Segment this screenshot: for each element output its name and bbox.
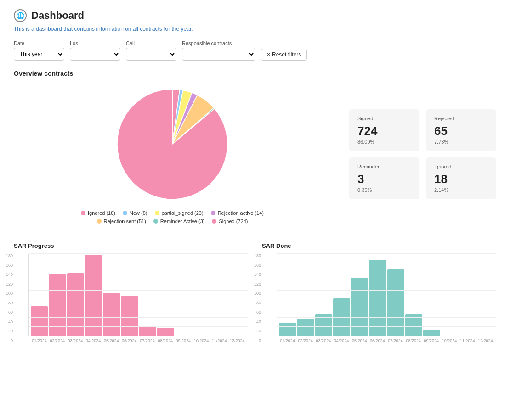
cell-select[interactable]: Cell 1 Cell 2 <box>126 48 176 61</box>
x-label: 08/2024 <box>158 338 173 343</box>
x-label: 11/2024 <box>460 338 475 343</box>
legend-item: Rejection active (14) <box>211 210 264 216</box>
reminder-card: Reminder 3 0.36% <box>349 157 419 199</box>
x-label: 07/2024 <box>140 338 155 343</box>
bar <box>315 314 332 336</box>
bar <box>103 293 120 336</box>
x-label: 05/2024 <box>104 338 119 343</box>
bar <box>67 273 84 336</box>
x-label: 05/2024 <box>352 338 367 343</box>
ignored-pct: 2.14% <box>434 187 488 193</box>
page-title: Dashboard <box>31 10 84 22</box>
overview-section: Ignored (18)New (8)partial_signed (23)Re… <box>14 84 496 224</box>
progress-x-axis: 01/202402/202403/202404/202405/202406/20… <box>28 338 248 343</box>
bar <box>279 323 296 336</box>
ignored-label: Ignored <box>434 164 488 169</box>
cell-label: Cell <box>126 40 176 46</box>
bar <box>31 306 48 336</box>
sar-done-chart <box>277 254 496 336</box>
legend-item: Rejection sent (51) <box>97 218 146 224</box>
signed-card: Signed 724 86.09% <box>349 109 419 151</box>
done-y-axis: 180160140120100806040200 <box>248 254 261 343</box>
sar-progress-title: SAR Progress <box>14 242 248 249</box>
pie-legend: Ignored (18)New (8)partial_signed (23)Re… <box>71 210 273 224</box>
sar-done-container: SAR Done 01/202402/202403/202404/202405/… <box>262 242 496 343</box>
ignored-value: 18 <box>434 172 488 186</box>
signed-value: 724 <box>357 124 411 138</box>
responsible-select[interactable]: Person 1 Person 2 <box>182 48 255 61</box>
los-filter-group: Los LOS 1 LOS 2 <box>70 40 120 61</box>
x-label: 03/2024 <box>68 338 83 343</box>
header: 🌐 Dashboard <box>14 9 496 22</box>
progress-y-axis: 180160140120100806040200 <box>0 254 13 343</box>
reminder-label: Reminder <box>357 164 411 169</box>
bar <box>405 314 422 336</box>
bar <box>121 296 138 336</box>
bar <box>49 274 66 336</box>
bar <box>333 298 350 336</box>
pie-chart-container: Ignored (18)New (8)partial_signed (23)Re… <box>14 84 331 224</box>
signed-label: Signed <box>357 116 411 121</box>
stats-grid: Signed 724 86.09% Rejected 65 7.73% Remi… <box>349 109 496 199</box>
x-label: 01/2024 <box>280 338 295 343</box>
rejected-label: Rejected <box>434 116 488 121</box>
x-label: 11/2024 <box>212 338 227 343</box>
responsible-label: Responsible contracts <box>182 40 255 46</box>
x-label: 09/2024 <box>176 338 191 343</box>
bar <box>387 269 404 336</box>
x-label: 12/2024 <box>230 338 245 343</box>
x-label: 10/2024 <box>442 338 457 343</box>
rejected-pct: 7.73% <box>434 139 488 145</box>
filters-bar: Date This year Last year All Los LOS 1 L… <box>14 40 496 61</box>
dashboard-icon: 🌐 <box>14 9 27 22</box>
x-label: 07/2024 <box>388 338 403 343</box>
bar <box>139 326 156 336</box>
rejected-card: Rejected 65 7.73% <box>426 109 496 151</box>
bar <box>423 330 440 336</box>
bar <box>351 278 368 336</box>
x-label: 04/2024 <box>334 338 349 343</box>
bar <box>157 328 174 336</box>
close-icon: × <box>267 51 270 58</box>
date-label: Date <box>14 40 64 46</box>
x-label: 01/2024 <box>32 338 47 343</box>
bar <box>297 319 314 336</box>
sar-progress-chart <box>28 254 248 336</box>
x-label: 02/2024 <box>298 338 313 343</box>
legend-item: Reminder Active (3) <box>153 218 205 224</box>
bar <box>85 255 102 336</box>
x-label: 03/2024 <box>316 338 331 343</box>
x-label: 04/2024 <box>86 338 101 343</box>
sar-progress-container: SAR Progress 01/202402/202403/202404/202… <box>14 242 248 343</box>
legend-item: Signed (724) <box>212 218 248 224</box>
reminder-value: 3 <box>357 172 411 186</box>
ignored-card: Ignored 18 2.14% <box>426 157 496 199</box>
x-label: 06/2024 <box>370 338 385 343</box>
x-label: 06/2024 <box>122 338 137 343</box>
reset-filters-button[interactable]: × Reset filters <box>261 49 307 61</box>
legend-item: New (8) <box>123 210 147 216</box>
los-label: Los <box>70 40 120 46</box>
los-select[interactable]: LOS 1 LOS 2 <box>70 48 120 61</box>
x-label: 09/2024 <box>424 338 439 343</box>
bar <box>369 260 386 336</box>
sar-done-title: SAR Done <box>262 242 496 249</box>
overview-title: Overview contracts <box>14 70 496 77</box>
signed-pct: 86.09% <box>357 139 411 145</box>
bar-charts: SAR Progress 01/202402/202403/202404/202… <box>14 242 496 343</box>
legend-item: Ignored (18) <box>81 210 115 216</box>
subtitle: This is a dashboard that contains inform… <box>14 26 496 32</box>
responsible-filter-group: Responsible contracts Person 1 Person 2 <box>182 40 255 61</box>
date-filter-group: Date This year Last year All <box>14 40 64 61</box>
cell-filter-group: Cell Cell 1 Cell 2 <box>126 40 176 61</box>
legend-item: partial_signed (23) <box>155 210 204 216</box>
x-label: 12/2024 <box>478 338 493 343</box>
done-x-axis: 01/202402/202403/202404/202405/202406/20… <box>277 338 496 343</box>
reminder-pct: 0.36% <box>357 187 411 193</box>
date-select[interactable]: This year Last year All <box>14 48 64 61</box>
rejected-value: 65 <box>434 124 488 138</box>
x-label: 08/2024 <box>406 338 421 343</box>
x-label: 10/2024 <box>194 338 209 343</box>
x-label: 02/2024 <box>50 338 65 343</box>
pie-chart <box>113 84 232 204</box>
